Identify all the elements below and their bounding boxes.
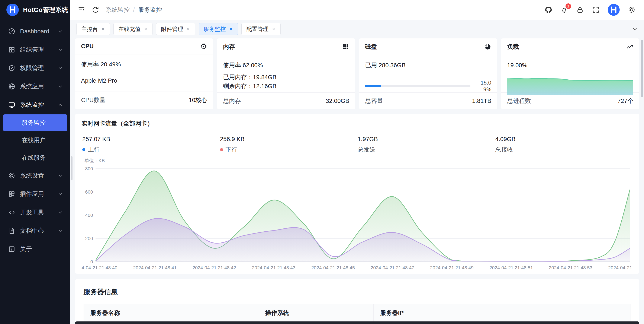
sidebar-item-online-services[interactable]: 在线服务 bbox=[3, 149, 68, 166]
close-icon[interactable] bbox=[186, 27, 190, 31]
breadcrumb-separator: / bbox=[133, 7, 135, 13]
app-logo[interactable]: HotGo管理系统 bbox=[0, 0, 70, 20]
disk-percent: 15.09% bbox=[474, 79, 491, 93]
topbar-actions: 1 bbox=[545, 4, 636, 16]
collapse-menu-button[interactable] bbox=[78, 6, 85, 14]
sidebar-menu: Dashboard 组织管理 权限管理 系统应用 系统监控 服务监控 bbox=[0, 20, 70, 324]
memory-used: 已用内存：19.84GB bbox=[223, 73, 349, 82]
close-icon[interactable] bbox=[272, 27, 276, 31]
stat-total-sent: 1.97GB 总发送 bbox=[358, 136, 495, 154]
sidebar-item-about[interactable]: 关于 bbox=[3, 240, 68, 258]
server-info-card: 服务器信息 服务器名称 操作系统 服务器IP mengshuaideMBP da… bbox=[75, 279, 639, 324]
stat-label: 总发送 bbox=[358, 146, 376, 154]
close-icon[interactable] bbox=[144, 27, 148, 31]
sidebar-item-apps[interactable]: 系统应用 bbox=[3, 78, 68, 95]
chevron-up-icon bbox=[58, 102, 63, 108]
sidebar-item-label: 开发工具 bbox=[20, 208, 44, 216]
shield-icon bbox=[8, 65, 15, 72]
sidebar-item-dashboard[interactable]: Dashboard bbox=[3, 23, 68, 40]
sidebar-item-label: 权限管理 bbox=[20, 64, 44, 72]
tab-config[interactable]: 配置管理 bbox=[242, 23, 281, 35]
tab-label: 在线充值 bbox=[118, 26, 140, 33]
load-card-title: 负载 bbox=[507, 43, 519, 51]
tab-service-monitor[interactable]: 服务监控 bbox=[199, 23, 238, 35]
svg-text:2024-04-21 21:48:47: 2024-04-21 21:48:47 bbox=[370, 265, 414, 270]
breadcrumb-parent[interactable]: 系统监控 bbox=[106, 6, 130, 14]
settings-gear-button[interactable] bbox=[628, 6, 636, 14]
sidebar-item-permission[interactable]: 权限管理 bbox=[3, 59, 68, 77]
sidebar-item-monitor[interactable]: 系统监控 bbox=[3, 96, 68, 114]
cpu-card-title: CPU bbox=[81, 43, 94, 50]
cpu-usage: 使用率 20.49% bbox=[81, 60, 207, 69]
main-area: 系统监控 / 服务监控 1 bbox=[70, 0, 644, 324]
tab-label: 附件管理 bbox=[161, 26, 183, 33]
disk-card-title: 磁盘 bbox=[365, 43, 377, 51]
sidebar-item-service-monitor[interactable]: 服务监控 bbox=[3, 114, 68, 131]
col-os: 操作系统 bbox=[259, 304, 374, 322]
memory-card-title: 内存 bbox=[223, 43, 235, 51]
fullscreen-button[interactable] bbox=[592, 6, 600, 14]
sidebar-item-devtools[interactable]: 开发工具 bbox=[3, 204, 68, 221]
tab-label: 服务监控 bbox=[204, 26, 226, 33]
notifications-button[interactable]: 1 bbox=[560, 6, 568, 14]
disk-footer-value: 1.81TB bbox=[472, 98, 491, 104]
stat-label: 总接收 bbox=[495, 146, 513, 154]
upstream-dot bbox=[82, 148, 85, 151]
memory-grid-icon bbox=[342, 43, 349, 50]
load-card: 负载 19.00% 总进程数 727个 bbox=[501, 39, 639, 109]
topbar: 系统监控 / 服务监控 1 bbox=[70, 0, 644, 20]
svg-text:2024-04-21 21:48:49: 2024-04-21 21:48:49 bbox=[430, 265, 474, 270]
stat-label: 下行 bbox=[226, 146, 238, 154]
github-icon[interactable] bbox=[545, 6, 552, 14]
lock-screen-button[interactable] bbox=[576, 6, 584, 14]
close-icon[interactable] bbox=[101, 27, 105, 31]
page-scrollbar-thumb[interactable] bbox=[641, 40, 643, 97]
sidebar-item-label: 文档中心 bbox=[20, 227, 44, 235]
sidebar-item-online-users[interactable]: 在线用户 bbox=[3, 132, 68, 149]
tab-attachments[interactable]: 附件管理 bbox=[156, 23, 195, 35]
chevron-down-icon bbox=[58, 210, 63, 215]
sidebar-item-label: 在线服务 bbox=[22, 154, 46, 162]
sidebar-submenu-monitor: 服务监控 在线用户 在线服务 bbox=[0, 114, 70, 166]
col-server-ip: 服务器IP bbox=[374, 304, 631, 322]
disk-used: 已用 280.36GB bbox=[365, 61, 491, 70]
svg-text:2024-04-21 21:48:55: 2024-04-21 21:48:55 bbox=[608, 265, 633, 270]
svg-text:800: 800 bbox=[85, 166, 93, 171]
sidebar-item-org[interactable]: 组织管理 bbox=[3, 41, 68, 59]
tab-dashboard[interactable]: 主控台 bbox=[76, 23, 110, 35]
sidebar-item-label: Dashboard bbox=[20, 28, 49, 35]
inner-scrollbar-thumb[interactable] bbox=[71, 156, 72, 180]
tab-online-recharge[interactable]: 在线充值 bbox=[114, 23, 153, 35]
sidebar-item-plugins[interactable]: 插件应用 bbox=[3, 185, 68, 203]
refresh-button[interactable] bbox=[92, 6, 99, 14]
server-info-title: 服务器信息 bbox=[84, 287, 631, 297]
sidebar-item-label: 系统设置 bbox=[20, 172, 44, 180]
code-icon bbox=[8, 209, 15, 216]
next-card-peek bbox=[75, 321, 639, 324]
svg-text:200: 200 bbox=[85, 236, 93, 241]
user-avatar[interactable] bbox=[608, 4, 620, 16]
svg-text:2024-04-21 21:48:45: 2024-04-21 21:48:45 bbox=[311, 265, 355, 270]
stat-downstream: 256.9 KB 下行 bbox=[220, 136, 358, 154]
stat-value: 1.97GB bbox=[358, 136, 495, 143]
gear-icon bbox=[8, 172, 15, 179]
memory-usage: 使用率 62.00% bbox=[223, 61, 349, 70]
disk-progress-bar bbox=[365, 85, 470, 87]
tabs-menu-button[interactable] bbox=[632, 26, 638, 32]
col-server-name: 服务器名称 bbox=[84, 304, 259, 322]
chevron-down-icon bbox=[58, 191, 63, 197]
sidebar-item-settings[interactable]: 系统设置 bbox=[3, 167, 68, 184]
chevron-down-icon bbox=[58, 173, 63, 178]
disk-footer-label: 总容量 bbox=[365, 97, 383, 105]
chevron-down-icon bbox=[58, 228, 63, 233]
disk-card: 磁盘 已用 280.36GB 15.09% 总容量 1.81TB bbox=[359, 39, 497, 109]
pie-chart-icon bbox=[484, 43, 491, 50]
downstream-dot bbox=[220, 148, 223, 151]
chevron-down-icon bbox=[58, 29, 63, 34]
load-sparkline-chart bbox=[507, 74, 633, 95]
sidebar-item-docs[interactable]: 文档中心 bbox=[3, 222, 68, 239]
notification-badge: 1 bbox=[565, 3, 572, 10]
close-icon[interactable] bbox=[229, 27, 233, 31]
tab-label: 配置管理 bbox=[246, 26, 268, 33]
stat-value: 257.07 KB bbox=[82, 136, 220, 143]
